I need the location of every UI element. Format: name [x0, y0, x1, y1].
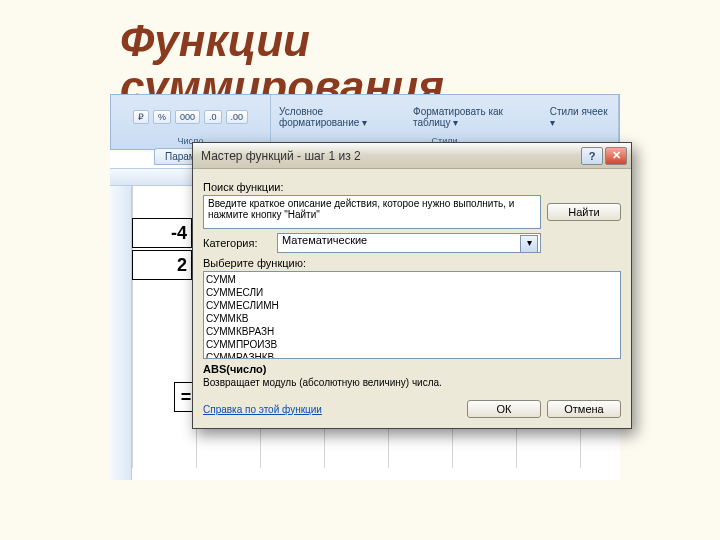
- select-function-label: Выберите функцию:: [203, 257, 621, 269]
- cell-styles-button[interactable]: Стили ячеек ▾: [550, 106, 610, 128]
- ribbon-group-number: ₽ % 000 .0 .00 Число: [111, 95, 271, 149]
- thousands-format-button[interactable]: 000: [175, 110, 200, 124]
- cancel-button[interactable]: Отмена: [547, 400, 621, 418]
- category-select[interactable]: Математические: [277, 233, 541, 253]
- list-item[interactable]: СУММКВРАЗН: [206, 325, 618, 338]
- row-headers[interactable]: [110, 186, 132, 480]
- function-wizard-dialog: Мастер функций - шаг 1 из 2 ? ✕ Поиск фу…: [192, 142, 632, 429]
- function-description: Возвращает модуль (абсолютную величину) …: [203, 377, 621, 388]
- close-icon[interactable]: ✕: [605, 147, 627, 165]
- find-button[interactable]: Найти: [547, 203, 621, 221]
- list-item[interactable]: СУММКВ: [206, 312, 618, 325]
- slide-title-line1: Функции: [120, 18, 444, 64]
- percent-format-button[interactable]: %: [153, 110, 171, 124]
- list-item[interactable]: СУММ: [206, 273, 618, 286]
- function-listbox[interactable]: СУММ СУММЕСЛИ СУММЕСЛИМН СУММКВ СУММКВРА…: [203, 271, 621, 359]
- list-item[interactable]: СУММПРОИЗВ: [206, 338, 618, 351]
- increase-decimal-button[interactable]: .0: [204, 110, 222, 124]
- search-input[interactable]: Введите краткое описание действия, котор…: [203, 195, 541, 229]
- cell-a1[interactable]: -4: [132, 218, 192, 248]
- dialog-body: Поиск функции: Введите краткое описание …: [193, 169, 631, 428]
- currency-format-button[interactable]: ₽: [133, 110, 149, 124]
- ok-button[interactable]: ОК: [467, 400, 541, 418]
- help-icon[interactable]: ?: [581, 147, 603, 165]
- conditional-formatting-button[interactable]: Условное форматирование ▾: [279, 106, 403, 128]
- function-signature: ABS(число): [203, 363, 621, 375]
- search-label: Поиск функции:: [203, 181, 621, 193]
- dialog-title: Мастер функций - шаг 1 из 2: [201, 149, 579, 163]
- format-as-table-button[interactable]: Форматировать как таблицу ▾: [413, 106, 540, 128]
- list-item[interactable]: СУММРАЗНКВ: [206, 351, 618, 359]
- ribbon-group-styles: Условное форматирование ▾ Форматировать …: [271, 95, 619, 149]
- decrease-decimal-button[interactable]: .00: [226, 110, 249, 124]
- category-value: Математические: [282, 234, 367, 246]
- dialog-titlebar[interactable]: Мастер функций - шаг 1 из 2 ? ✕: [193, 143, 631, 169]
- list-item[interactable]: СУММЕСЛИМН: [206, 299, 618, 312]
- function-help-link[interactable]: Справка по этой функции: [203, 404, 461, 415]
- cell-a2[interactable]: 2: [132, 250, 192, 280]
- list-item[interactable]: СУММЕСЛИ: [206, 286, 618, 299]
- category-label: Категория:: [203, 237, 271, 249]
